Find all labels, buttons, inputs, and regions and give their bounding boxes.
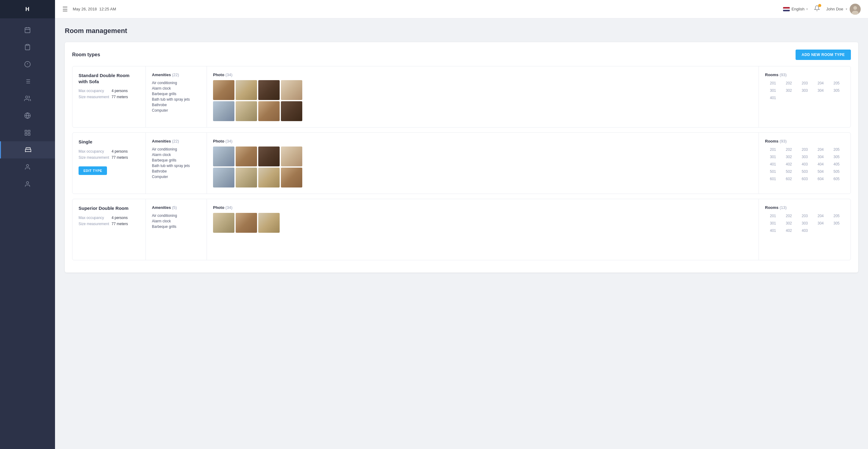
topbar-time: 12:25 AM — [99, 7, 116, 11]
edit-type-button[interactable]: EDIT TYPE — [79, 167, 107, 175]
sidebar-logo: H — [0, 0, 55, 18]
amenities-title: Amenities (5) — [152, 205, 200, 210]
photos-standard-double: Photo (34) — [207, 66, 759, 127]
room-number: 401 — [765, 95, 781, 101]
room-number: 205 — [829, 147, 844, 153]
flag-icon — [783, 7, 790, 11]
size-value: 77 meters — [112, 222, 128, 226]
notification-bell[interactable] — [814, 5, 820, 13]
room-number: 502 — [781, 169, 797, 175]
room-info-superior: Superior Double Room Max occupancy 4 per… — [72, 199, 146, 260]
room-number: 304 — [813, 88, 829, 94]
svg-rect-20 — [28, 133, 30, 135]
amenities-list[interactable]: Air conditioning Alarm clock Barbeque gr… — [152, 147, 200, 180]
add-room-type-button[interactable]: ADD NEW ROOM TYPE — [796, 50, 851, 60]
amenity-item: Bath tub with spray jets — [152, 97, 200, 102]
svg-rect-19 — [25, 133, 27, 135]
room-number: 205 — [829, 213, 844, 219]
photo-grid — [213, 80, 752, 121]
amenity-item: Air conditioning — [152, 80, 200, 86]
room-numbers-grid: 201 202 203 204 205 301 302 303 304 305 … — [765, 80, 844, 101]
sidebar-item-bed[interactable] — [0, 141, 55, 158]
photo-thumb — [213, 168, 235, 187]
sidebar-item-info[interactable] — [0, 56, 55, 73]
room-name: Standard Double Room with Sofa — [79, 72, 140, 84]
svg-rect-18 — [28, 130, 30, 132]
room-type-row-superior: Superior Double Room Max occupancy 4 per… — [72, 199, 851, 260]
photo-grid — [213, 147, 752, 187]
photo-thumb — [236, 213, 257, 233]
amenity-item: Bath tub with spray jets — [152, 163, 200, 169]
amenities-superior: Amenities (5) Air conditioning Alarm clo… — [146, 199, 207, 260]
user-name: John Doe — [826, 7, 843, 11]
rooms-title: Rooms (93) — [765, 72, 844, 77]
amenity-item: Barbeque grills — [152, 91, 200, 97]
room-number: 301 — [765, 88, 781, 94]
photo-thumb — [213, 101, 235, 121]
amenity-item: Computer — [152, 108, 200, 113]
content-area: Room management Room types ADD NEW ROOM … — [55, 18, 868, 449]
room-number: 303 — [797, 154, 813, 160]
occupancy-value: 4 persons — [112, 89, 128, 93]
room-info-standard-double: Standard Double Room with Sofa Max occup… — [72, 66, 146, 127]
language-selector[interactable]: English ▾ — [783, 7, 808, 11]
room-number: 202 — [781, 147, 797, 153]
topbar-date: May 26, 2018 — [73, 7, 97, 11]
room-number: 504 — [813, 169, 829, 175]
photo-thumb — [213, 213, 235, 233]
size-label: Size measurement — [79, 222, 109, 226]
sidebar-item-grid[interactable] — [0, 124, 55, 141]
occupancy-value: 4 persons — [112, 216, 128, 220]
room-number: 301 — [765, 220, 781, 226]
photo-thumb — [213, 147, 235, 167]
room-number: 202 — [781, 80, 797, 86]
sidebar-item-calendar[interactable] — [0, 22, 55, 38]
photo-thumb — [236, 168, 257, 187]
sidebar-item-staff[interactable] — [0, 158, 55, 176]
room-number: 305 — [829, 220, 844, 226]
photo-thumb — [281, 80, 302, 100]
photo-title: Photo (34) — [213, 72, 752, 77]
svg-point-22 — [26, 182, 28, 184]
room-number: 405 — [829, 161, 844, 167]
notification-badge — [818, 4, 821, 7]
sidebar-item-globe[interactable] — [0, 107, 55, 124]
amenity-item: Barbeque grills — [152, 157, 200, 163]
room-number: 303 — [797, 88, 813, 94]
photo-thumb — [281, 147, 302, 167]
menu-icon[interactable]: ☰ — [62, 5, 68, 13]
amenity-item: Barbeque grills — [152, 224, 200, 230]
sidebar-item-list[interactable] — [0, 73, 55, 90]
room-number: 503 — [797, 169, 813, 175]
rooms-single: Rooms (93) 201 202 203 204 205 301 302 3… — [759, 133, 850, 193]
photo-thumb — [258, 147, 280, 167]
room-number: 304 — [813, 220, 829, 226]
photo-thumb — [258, 168, 280, 187]
amenities-single: Amenities (22) Air conditioning Alarm cl… — [146, 133, 207, 193]
sidebar-item-clipboard[interactable] — [0, 38, 55, 56]
room-number: 402 — [781, 161, 797, 167]
page-title: Room management — [65, 27, 858, 35]
user-chevron: ▾ — [846, 7, 847, 11]
amenities-standard-double: Amenities (22) Air conditioning Alarm cl… — [146, 66, 207, 127]
photo-thumb — [236, 80, 257, 100]
room-number: 201 — [765, 147, 781, 153]
room-types-header: Room types ADD NEW ROOM TYPE — [72, 50, 851, 60]
amenity-item: Alarm clock — [152, 152, 200, 157]
sidebar-item-person[interactable] — [0, 176, 55, 193]
room-number: 602 — [781, 176, 797, 182]
sidebar-item-users[interactable] — [0, 90, 55, 107]
user-menu[interactable]: John Doe ▾ — [826, 4, 861, 15]
rooms-title: Rooms (93) — [765, 139, 844, 144]
photo-thumb — [281, 101, 302, 121]
room-number: 205 — [829, 80, 844, 86]
main-content: ☰ May 26, 2018 12:25 AM English ▾ John D… — [55, 0, 868, 449]
amenity-item: Bathrobe — [152, 169, 200, 174]
sidebar: H — [0, 0, 55, 449]
topbar-right: English ▾ John Doe ▾ — [783, 4, 861, 15]
room-number: 203 — [797, 80, 813, 86]
room-name: Single — [79, 139, 140, 145]
room-number: 401 — [765, 228, 781, 234]
size-value: 77 meters — [112, 155, 128, 160]
room-meta: Max occupancy 4 persons Size measurement… — [79, 89, 140, 99]
